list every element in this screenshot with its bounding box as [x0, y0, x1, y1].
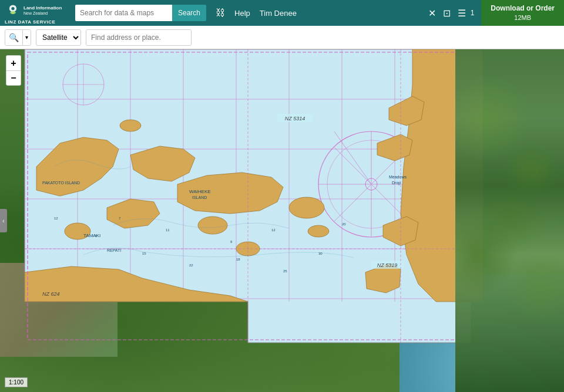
- magnify-button[interactable]: 🔍: [5, 29, 22, 46]
- svg-point-38: [289, 197, 324, 218]
- map-container: 128 1522 1825 3020 129 711 NZ 5314 NZ 53…: [0, 49, 564, 392]
- svg-text:WAIHEKE: WAIHEKE: [189, 189, 211, 194]
- logo-text: Land Information New Zealand: [24, 6, 62, 15]
- download-size: 12MB: [514, 13, 531, 22]
- top-navigation: Land Information New Zealand LINZ DATA S…: [0, 0, 564, 26]
- zoom-buttons: + −: [6, 55, 21, 86]
- search-input[interactable]: [75, 5, 172, 21]
- nav-link-icon: ⛓: [216, 8, 225, 18]
- download-order-button[interactable]: Download or Order 12MB: [481, 0, 564, 26]
- zoom-select: 🔍 ▾: [5, 29, 31, 46]
- svg-text:TAMAKI: TAMAKI: [83, 233, 100, 238]
- linz-logo-icon: [5, 2, 21, 19]
- svg-text:12: 12: [271, 228, 276, 232]
- svg-point-34: [198, 217, 227, 234]
- svg-text:18: 18: [236, 258, 240, 261]
- logo-line2: New Zealand: [24, 11, 62, 16]
- svg-text:22: 22: [189, 263, 193, 267]
- scale-label: 1:100: [9, 379, 24, 386]
- svg-point-2: [11, 7, 14, 10]
- svg-point-36: [120, 120, 141, 131]
- zoom-dropdown-button[interactable]: ▾: [22, 29, 31, 46]
- svg-text:Drop: Drop: [392, 181, 401, 185]
- svg-text:NZ 5319: NZ 5319: [377, 262, 398, 268]
- svg-text:ISLAND: ISLAND: [192, 195, 207, 200]
- svg-text:15: 15: [142, 252, 146, 255]
- list-icon-button[interactable]: ☰: [455, 5, 468, 21]
- logo-area: Land Information New Zealand LINZ DATA S…: [0, 0, 70, 26]
- address-input[interactable]: [86, 29, 192, 46]
- svg-text:12: 12: [54, 217, 58, 220]
- svg-text:NZ 624: NZ 624: [42, 291, 60, 297]
- svg-text:PAKATOTO ISLAND: PAKATOTO ISLAND: [42, 181, 80, 185]
- logo-line1: Land Information: [24, 6, 62, 11]
- crop-icon-button[interactable]: ⊡: [441, 5, 453, 21]
- svg-text:Meadows: Meadows: [389, 175, 407, 179]
- search-button[interactable]: Search: [172, 5, 206, 21]
- nav-user-link[interactable]: Tim Denee: [260, 9, 297, 18]
- zoom-in-button[interactable]: +: [6, 55, 21, 70]
- svg-text:30: 30: [318, 252, 323, 255]
- svg-text:NZ 5314: NZ 5314: [285, 116, 306, 121]
- map-count-badge: 1: [471, 9, 475, 17]
- map-controls-bar: 🔍 ▾ Satellite: [0, 26, 564, 49]
- scale-bar: 1:100: [5, 377, 28, 387]
- nav-links: ⛓ Help Tim Denee: [216, 8, 297, 18]
- logo-service: LINZ DATA SERVICE: [5, 19, 55, 25]
- close-icon-button[interactable]: ✕: [426, 5, 438, 21]
- svg-text:20: 20: [342, 222, 346, 226]
- left-panel-toggle[interactable]: ‹: [0, 209, 7, 232]
- right-satellite-panel: [455, 49, 564, 392]
- download-label: Download or Order: [491, 4, 555, 13]
- svg-text:11: 11: [166, 228, 170, 232]
- zoom-out-button[interactable]: −: [6, 70, 21, 86]
- basemap-select[interactable]: Satellite: [36, 29, 81, 46]
- search-area: Search: [75, 5, 206, 21]
- svg-text:25: 25: [283, 269, 287, 273]
- svg-point-39: [308, 225, 329, 237]
- nav-icons: ✕ ⊡ ☰ 1: [426, 5, 477, 21]
- logo-top: Land Information New Zealand: [5, 2, 62, 19]
- nav-help-link[interactable]: Help: [234, 9, 250, 18]
- nav-right: ✕ ⊡ ☰ 1 Download or Order 12MB: [426, 0, 564, 26]
